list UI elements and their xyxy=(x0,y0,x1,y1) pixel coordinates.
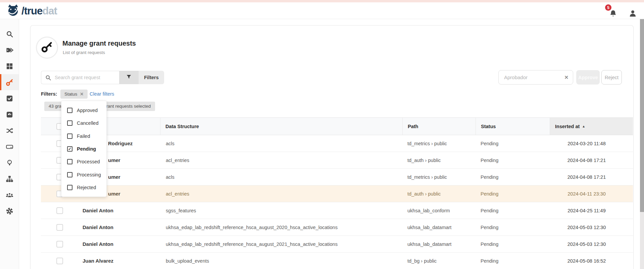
user-cell: Daniel Anton xyxy=(75,202,160,219)
grant-request-row[interactable]: Rodriguezaclstd_metrics › publicPending2… xyxy=(41,135,633,152)
truedat-logo[interactable]: /truedat xyxy=(6,3,57,19)
checkbox-checked-icon[interactable]: ✓ xyxy=(67,146,72,152)
owl-logo-icon xyxy=(6,3,20,19)
checkbox-unchecked-icon[interactable] xyxy=(67,185,72,190)
sidebar-item-gear-icon[interactable] xyxy=(0,203,19,219)
left-sidebar xyxy=(0,19,19,269)
inserted-at-cell: 2024-03-20 11:48 xyxy=(550,135,633,152)
filters-button[interactable]: Filters xyxy=(139,71,164,84)
inserted-at-cell: 2024-05-08 16:52 xyxy=(550,253,633,269)
grant-request-row[interactable]: Daniel Antonukhsa_edap_lab_redshift_refe… xyxy=(41,236,633,253)
data-structure-cell: acl_entries xyxy=(160,152,402,168)
filter-funnel-button[interactable] xyxy=(119,71,139,84)
status-option-approved[interactable]: Approved xyxy=(61,104,106,117)
path-cell: td_bg › public xyxy=(402,253,476,269)
status-cell: Pending xyxy=(476,219,550,235)
filters-label: Filters: xyxy=(41,91,57,97)
inserted-at-label: Inserted at xyxy=(555,124,580,129)
status-option-processing[interactable]: Processing xyxy=(61,168,106,181)
status-filter-chip[interactable]: Status ✕ xyxy=(60,90,88,99)
sidebar-item-key-icon[interactable] xyxy=(0,74,19,90)
sidebar-item-search-icon[interactable] xyxy=(0,26,19,42)
approver-input[interactable] xyxy=(503,71,560,84)
inserted-at-cell: 2024-05-03 12:30 xyxy=(550,236,633,252)
clear-approver-icon[interactable]: ✕ xyxy=(564,74,568,80)
column-header-inserted-at[interactable]: Inserted at▲ xyxy=(550,118,633,135)
sidebar-item-tags-icon[interactable] xyxy=(0,42,19,58)
column-header-data-structure[interactable]: Data Structure xyxy=(160,118,402,135)
grant-request-row[interactable]: Daniel Antonsgss_featuresukhsa_lab_confo… xyxy=(41,202,633,219)
data-structure-cell: acls xyxy=(160,135,402,152)
search-grant-request-field xyxy=(41,71,119,84)
top-accent-strip xyxy=(0,0,644,2)
column-header-path[interactable]: Path xyxy=(402,118,476,135)
sidebar-item-grid-icon[interactable] xyxy=(0,58,19,74)
column-header-status[interactable]: Status xyxy=(476,118,550,135)
status-option-rejected[interactable]: Rejected xyxy=(61,181,106,194)
status-option-label: Failed xyxy=(77,133,90,139)
inserted-at-cell: 2024-04-25 11:49 xyxy=(550,202,633,219)
table-header-row: Data Structure Path Status Inserted at▲ xyxy=(41,117,633,135)
sidebar-item-gauge-icon[interactable] xyxy=(0,106,19,122)
checkbox-unchecked-icon[interactable] xyxy=(67,108,72,113)
checkbox-unchecked-icon[interactable] xyxy=(67,172,72,177)
status-option-cancelled[interactable]: Cancelled xyxy=(61,117,106,129)
status-option-label: Rejected xyxy=(77,185,96,190)
status-chip-label: Status xyxy=(64,92,77,97)
status-option-label: Pending xyxy=(77,146,96,152)
row-checkbox-cell xyxy=(41,253,75,269)
row-checkbox[interactable] xyxy=(56,224,63,231)
remove-status-filter-icon[interactable]: ✕ xyxy=(80,92,84,97)
scrollbar-thumb[interactable] xyxy=(640,19,644,212)
status-option-pending[interactable]: ✓Pending xyxy=(61,143,106,155)
search-input[interactable] xyxy=(54,71,117,84)
status-option-failed[interactable]: Failed xyxy=(61,130,106,143)
grant-request-row[interactable]: Daniel Antonukhsa_edap_lab_redshift_refe… xyxy=(41,219,633,236)
table-body: Rodriguezaclstd_metrics › publicPending2… xyxy=(41,135,633,269)
scrollbar-track[interactable] xyxy=(640,19,644,269)
clear-filters-link[interactable]: Clear filters xyxy=(90,91,114,97)
checkbox-unchecked-icon[interactable] xyxy=(67,133,72,139)
grant-request-row[interactable]: Juan Alvarezbulk_upload_eventstd_bg › pu… xyxy=(41,253,633,269)
grant-request-row[interactable]: umeracl_entriestd_auth › publicPending20… xyxy=(41,152,633,169)
path-cell: ukhsa_lab_datamart xyxy=(402,236,476,252)
grant-request-row[interactable]: umeracl_entriestd_auth › publicPending20… xyxy=(41,185,633,202)
page-subtitle: List of grant requests xyxy=(63,50,105,55)
inserted-at-cell: 2024-04-08 17:21 xyxy=(550,169,633,185)
sidebar-item-hard-drive-icon[interactable] xyxy=(0,139,19,155)
top-bar: /truedat 5 xyxy=(0,2,644,19)
data-structure-cell: bulk_upload_events xyxy=(160,253,402,269)
data-structure-cell: acl_entries xyxy=(160,185,402,202)
status-option-label: Processing xyxy=(77,172,101,177)
row-checkbox-cell xyxy=(41,236,75,252)
data-structure-cell: sgss_features xyxy=(160,202,402,219)
checkbox-unchecked-icon[interactable] xyxy=(67,120,72,126)
sidebar-item-check-square-icon[interactable] xyxy=(0,90,19,106)
approve-button[interactable]: Approve xyxy=(576,70,600,85)
status-cell: Pending xyxy=(476,202,550,219)
app-window: /truedat 5 Manage grant requests List of… xyxy=(0,0,644,269)
sidebar-item-lightbulb-icon[interactable] xyxy=(0,155,19,171)
status-option-processed[interactable]: Processed xyxy=(61,155,106,168)
grant-request-row[interactable]: umeraclstd_metrics › publicPending2024-0… xyxy=(41,169,633,185)
row-checkbox[interactable] xyxy=(56,258,63,264)
status-cell: Pending xyxy=(476,253,550,269)
data-structure-cell: acls xyxy=(160,169,402,185)
user-cell: Daniel Anton xyxy=(75,219,160,235)
sidebar-item-users-icon[interactable] xyxy=(0,187,19,203)
grant-requests-avatar xyxy=(36,37,58,59)
sidebar-item-shuffle-icon[interactable] xyxy=(0,122,19,139)
sort-ascending-icon: ▲ xyxy=(582,124,585,128)
inserted-at-cell: 2024-05-03 12:30 xyxy=(550,219,633,235)
row-checkbox-cell xyxy=(41,202,75,219)
inserted-at-cell: 2024-04-11 23:30 xyxy=(550,185,633,202)
status-cell: Pending xyxy=(476,185,550,202)
sidebar-item-sitemap-icon[interactable] xyxy=(0,171,19,187)
selected-count-chip: grant requests selected xyxy=(99,102,155,111)
status-option-label: Approved xyxy=(77,108,98,113)
user-profile-icon[interactable] xyxy=(628,9,637,18)
row-checkbox[interactable] xyxy=(56,207,63,214)
row-checkbox[interactable] xyxy=(56,241,63,248)
checkbox-unchecked-icon[interactable] xyxy=(67,159,72,164)
reject-button[interactable]: Reject xyxy=(601,70,622,85)
